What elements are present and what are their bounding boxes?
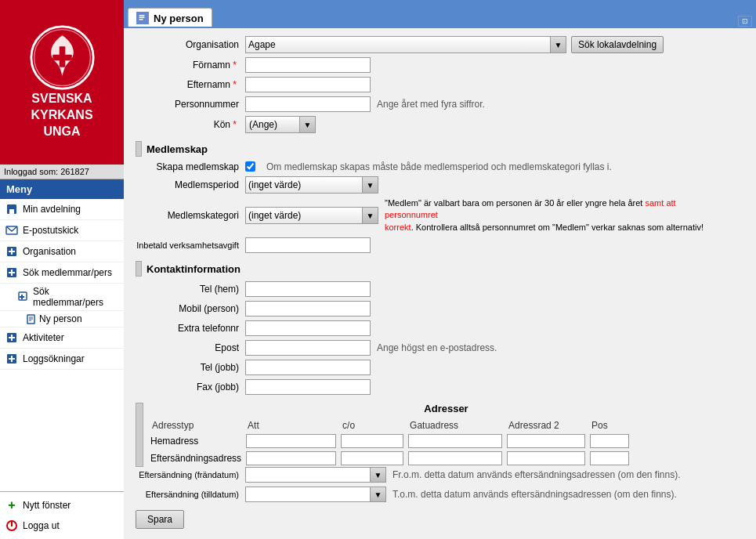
tab-bar: Ny person ⊡: [124, 0, 756, 27]
logga-ut-item[interactable]: Logga ut: [0, 515, 124, 536]
eftersandning-till-input[interactable]: [245, 487, 371, 502]
kon-label: Kön *: [136, 119, 245, 130]
epost-hint: Ange högst en e-postadress.: [377, 342, 497, 353]
organisation-row: Organisation Agape ▼ Sök lokalavdelning: [136, 36, 744, 53]
kontaktinfo-section-header: Kontaktinformation: [136, 261, 744, 277]
eftersandning-till-hint: T.o.m. detta datum används eftersändning…: [392, 489, 677, 500]
membership-category-arrow[interactable]: ▼: [363, 207, 378, 224]
sidebar-item-label: Min avdelning: [23, 204, 81, 215]
tel-hem-label: Tel (hem): [136, 284, 245, 295]
col-rad2: Adressrad 2: [505, 418, 588, 432]
tel-jobb-input[interactable]: [245, 360, 371, 375]
sidebar-item-aktiviteter[interactable]: Aktiviteter: [0, 327, 124, 349]
fax-jobb-input[interactable]: [245, 379, 371, 395]
ny-person-tab[interactable]: Ny person: [128, 8, 212, 27]
eftersandning-fran-hint: Fr.o.m. detta datum används eftersändnin…: [392, 469, 681, 480]
membership-category-dropdown[interactable]: (inget värde) ▼: [245, 207, 378, 224]
tel-hem-input[interactable]: [245, 281, 371, 297]
tab-restore-btn[interactable]: ⊡: [738, 16, 752, 27]
hemadress-co-input[interactable]: [341, 434, 403, 448]
membership-category-label: Medlemskategori: [136, 210, 245, 221]
sok-lokalavdelning-btn[interactable]: Sök lokalavdelning: [571, 36, 664, 53]
tab-page-icon: [136, 12, 149, 24]
tab-label: Ny person: [154, 13, 204, 24]
sidebar-item-loggsokningar[interactable]: Loggsökningar: [0, 349, 124, 370]
spara-button[interactable]: Spara: [136, 510, 184, 529]
membership-section-title: Medlemskap: [146, 143, 208, 155]
extra-tel-input[interactable]: [245, 320, 371, 336]
house-icon: [5, 202, 19, 216]
sidebar-item-sok-medlemmar[interactable]: Sök medlemmar/pers: [0, 262, 124, 284]
kon-select-box[interactable]: (Ange): [245, 116, 300, 133]
personnummer-input[interactable]: [245, 96, 371, 112]
organisation-value[interactable]: Agape: [245, 36, 551, 53]
hemadress-pos-input[interactable]: [590, 434, 629, 448]
membership-period-dropdown[interactable]: (inget värde) ▼: [245, 176, 378, 194]
logout-icon: [5, 519, 19, 533]
sidebar-bottom: + Nytt fönster Logga ut: [0, 491, 124, 539]
membership-period-value[interactable]: (inget värde): [245, 176, 363, 194]
eftersandning-att-input[interactable]: [246, 451, 336, 465]
kontaktinfo-section-divider: [136, 261, 142, 277]
sidebar-item-sok-sub[interactable]: Sök medlemmar/pers: [0, 284, 124, 311]
epost-input[interactable]: [245, 340, 371, 356]
skapa-membership-hint: Om medlemskap skapas måste både medlemsp…: [266, 161, 612, 172]
membership-category-value[interactable]: (inget värde): [245, 207, 363, 224]
inbetald-row: Inbetald verksamhetsavgift: [136, 237, 744, 253]
nytt-fonster-item[interactable]: + Nytt fönster: [0, 495, 124, 515]
eftersandning-fran-input[interactable]: [245, 467, 371, 483]
svg-rect-5: [9, 209, 14, 214]
sidebar-item-label: Organisation: [23, 246, 76, 257]
page-icon: [25, 313, 36, 324]
eftersandning-fran-arrow[interactable]: ▼: [371, 467, 386, 483]
eftersandning-till-arrow[interactable]: ▼: [371, 487, 386, 502]
fornamn-row: Förnamn *: [136, 57, 744, 73]
sidebar-item-label: Loggsökningar: [23, 353, 85, 364]
kon-dropdown-arrow[interactable]: ▼: [300, 116, 316, 133]
eftersandning-gata-input[interactable]: [408, 451, 502, 465]
sidebar-item-organisation[interactable]: Organisation: [0, 241, 124, 262]
svg-rect-31: [139, 19, 143, 20]
efternamn-input[interactable]: [245, 77, 371, 92]
eftersandning-rad2-input[interactable]: [507, 451, 585, 465]
eftersandning-till-control: ▼: [245, 487, 386, 502]
col-att: Att: [244, 418, 338, 432]
personnummer-row: Personnummer Ange året med fyra siffror.: [136, 96, 744, 112]
tel-jobb-label: Tel (jobb): [136, 362, 245, 373]
svg-rect-3: [52, 55, 72, 61]
membership-period-arrow[interactable]: ▼: [363, 176, 378, 194]
hemadress-rad2-input[interactable]: [507, 434, 585, 448]
efternamn-required: *: [233, 79, 237, 90]
sidebar-item-e-postutskick[interactable]: E-postutskick: [0, 220, 124, 241]
inbetald-input[interactable]: [245, 237, 371, 253]
hemadress-gata-input[interactable]: [408, 434, 502, 448]
kon-dropdown[interactable]: (Ange) ▼: [245, 116, 316, 133]
hemadress-att-input[interactable]: [246, 434, 336, 448]
efternamn-label: Efternamn *: [136, 79, 245, 90]
main-content: Ny person ⊡ Organisation Agape ▼ Sök lok…: [124, 0, 756, 539]
col-adresstyp: Adresstyp: [148, 418, 244, 432]
sidebar-item-min-avdelning[interactable]: Min avdelning: [0, 199, 124, 220]
addresses-divider: [136, 403, 143, 467]
col-co: c/o: [338, 418, 406, 432]
col-gata: Gatuadress: [406, 418, 505, 432]
organisation-dropdown[interactable]: Agape ▼: [245, 36, 566, 53]
eftersandning-pos-input[interactable]: [590, 451, 629, 465]
tab-controls: ⊡: [738, 16, 752, 27]
membership-category-row: Medlemskategori (inget värde) ▼ "Medlem"…: [136, 197, 744, 233]
tel-hem-row: Tel (hem): [136, 281, 744, 297]
organisation-dropdown-arrow[interactable]: ▼: [551, 36, 566, 53]
eftersandning-co-input[interactable]: [341, 451, 403, 465]
lightning-icon: [5, 331, 19, 345]
epost-row: Epost Ange högst en e-postadress.: [136, 340, 744, 356]
mobil-input[interactable]: [245, 301, 371, 317]
hint-part3: korrekt: [385, 222, 411, 232]
tel-jobb-row: Tel (jobb): [136, 360, 744, 375]
sidebar-item-ny-person[interactable]: Ny person: [0, 311, 124, 327]
svg-rect-30: [139, 17, 145, 19]
eftersandning-addr-row: Eftersändningsadress: [148, 450, 631, 467]
skapa-membership-checkbox[interactable]: [245, 161, 255, 172]
fornamn-input[interactable]: [245, 57, 371, 73]
svg-rect-22: [9, 337, 15, 338]
menu-title: Meny: [6, 183, 32, 195]
